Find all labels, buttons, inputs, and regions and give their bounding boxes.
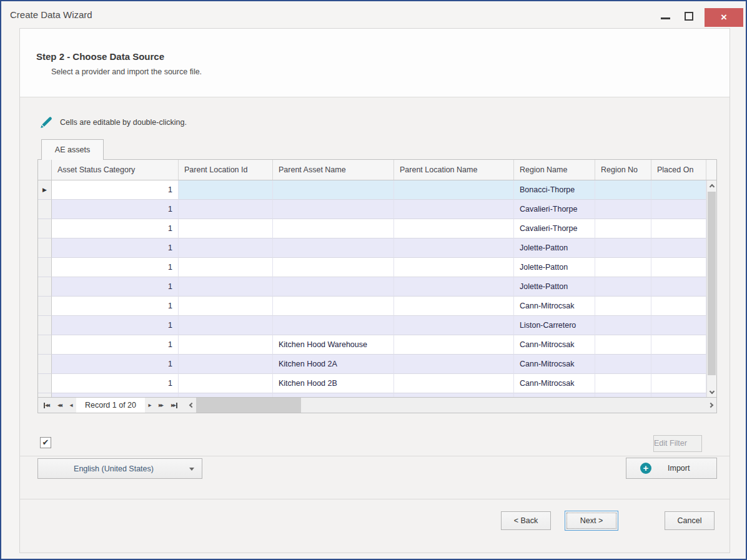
grid-cell[interactable] (651, 200, 706, 219)
grid-cell[interactable] (651, 316, 706, 335)
grid-cell[interactable] (179, 238, 273, 258)
table-row[interactable]: 1Liston-Carretero (38, 316, 716, 335)
scroll-up-icon[interactable] (707, 180, 716, 190)
grid-cell[interactable] (273, 219, 394, 238)
horizontal-scrollbar-thumb[interactable] (196, 398, 301, 413)
grid-cell[interactable] (273, 180, 394, 200)
maximize-icon[interactable] (685, 12, 693, 21)
grid-cell[interactable] (595, 277, 651, 297)
grid-cell[interactable] (651, 258, 706, 277)
table-row[interactable]: 1Jolette-Patton (38, 238, 716, 258)
grid-cell[interactable]: 1 (52, 335, 179, 355)
column-header[interactable]: Region No (595, 160, 651, 180)
table-row[interactable]: 1Jolette-Patton (38, 258, 716, 277)
vertical-scrollbar-thumb[interactable] (708, 192, 716, 375)
row-indicator[interactable]: ▶ (38, 180, 52, 200)
grid-cell[interactable] (595, 335, 651, 355)
filter-checkbox[interactable]: ✔ (40, 437, 51, 448)
language-dropdown[interactable]: English (United States) (37, 458, 202, 479)
row-indicator[interactable] (38, 335, 52, 355)
grid-cell[interactable]: 1 (52, 180, 179, 200)
grid-cell[interactable] (394, 335, 514, 355)
table-row[interactable]: 1Kitchen Hood 2ACann-Mitrocsak (38, 355, 716, 374)
row-indicator[interactable] (38, 277, 52, 297)
grid-cell[interactable]: 1 (52, 316, 179, 335)
grid-cell[interactable] (595, 238, 651, 258)
grid-cell[interactable] (179, 200, 273, 219)
grid-cell[interactable] (651, 180, 706, 200)
grid-cell[interactable]: Kitchen Hood Warehouse (273, 335, 394, 355)
table-row[interactable]: ▶1Bonacci-Thorpe (38, 180, 716, 200)
grid-cell[interactable]: 1 (52, 277, 179, 297)
grid-cell[interactable] (179, 316, 273, 335)
scroll-down-icon[interactable] (707, 387, 716, 397)
grid-cell[interactable] (595, 374, 651, 393)
column-header[interactable]: Placed On (651, 160, 706, 180)
grid-cell[interactable]: 1 (52, 200, 179, 219)
grid-cell[interactable]: Kitchen Hood 2A (273, 355, 394, 374)
grid-cell[interactable]: Cann-Mitrocsak (514, 374, 595, 393)
grid-cell[interactable] (595, 316, 651, 335)
grid-cell[interactable] (651, 238, 706, 258)
grid-cell[interactable] (273, 316, 394, 335)
grid-cell[interactable] (394, 238, 514, 258)
grid-cell[interactable] (273, 238, 394, 258)
row-indicator[interactable] (38, 297, 52, 316)
column-header[interactable]: Asset Status Category (52, 160, 179, 180)
grid-cell[interactable]: Liston-Carretero (514, 316, 595, 335)
row-indicator[interactable] (38, 355, 52, 374)
import-button[interactable]: + Import (626, 458, 717, 479)
column-header[interactable]: Parent Asset Name (273, 160, 394, 180)
table-row[interactable]: 1Cann-Mitrocsak (38, 297, 716, 316)
grid-cell[interactable] (179, 219, 273, 238)
grid-cell[interactable] (595, 297, 651, 316)
grid-cell[interactable] (179, 180, 273, 200)
grid-cell[interactable] (595, 219, 651, 238)
grid-cell[interactable]: Jolette-Patton (514, 238, 595, 258)
grid-cell[interactable] (179, 297, 273, 316)
grid-cell[interactable] (273, 258, 394, 277)
grid-cell[interactable] (394, 316, 514, 335)
grid-cell[interactable] (651, 297, 706, 316)
scroll-left-icon[interactable] (186, 398, 196, 413)
grid-cell[interactable] (179, 355, 273, 374)
back-button[interactable]: < Back (501, 511, 551, 530)
table-row[interactable]: 1Jolette-Patton (38, 277, 716, 297)
next-button[interactable]: Next > (565, 511, 618, 531)
edit-filter-button[interactable]: Edit Filter (653, 435, 702, 452)
row-indicator[interactable] (38, 200, 52, 219)
grid-cell[interactable]: 1 (52, 355, 179, 374)
grid-cell[interactable]: 1 (52, 238, 179, 258)
grid-cell[interactable] (179, 277, 273, 297)
grid-cell[interactable] (394, 355, 514, 374)
grid-cell[interactable]: Bonacci-Thorpe (514, 180, 595, 200)
previous-page-button[interactable]: ◂◂ (54, 398, 66, 413)
last-record-button[interactable]: ▸▸ (167, 398, 181, 413)
grid-cell[interactable] (595, 355, 651, 374)
cancel-button[interactable]: Cancel (665, 511, 715, 530)
horizontal-scrollbar-track[interactable] (301, 398, 706, 413)
grid-cell[interactable] (394, 374, 514, 393)
row-indicator[interactable] (38, 238, 52, 258)
grid-cell[interactable] (394, 200, 514, 219)
next-page-button[interactable]: ▸▸ (155, 398, 167, 413)
column-header[interactable]: Parent Location Id (179, 160, 273, 180)
grid-cell[interactable]: Cann-Mitrocsak (514, 335, 595, 355)
grid-cell[interactable] (651, 335, 706, 355)
grid-cell[interactable] (394, 297, 514, 316)
vertical-scrollbar[interactable] (706, 180, 716, 397)
table-row[interactable]: 1Kitchen Hood 2BCann-Mitrocsak (38, 374, 716, 393)
grid-cell[interactable] (273, 200, 394, 219)
grid-cell[interactable] (595, 258, 651, 277)
grid-cell[interactable] (651, 219, 706, 238)
grid-cell[interactable]: Jolette-Patton (514, 258, 595, 277)
grid-cell[interactable] (179, 335, 273, 355)
grid-cell[interactable]: 1 (52, 219, 179, 238)
table-row[interactable]: 1Cavalieri-Thorpe (38, 219, 716, 238)
row-indicator[interactable] (38, 219, 52, 238)
grid-cell[interactable]: 1 (52, 258, 179, 277)
row-indicator[interactable] (38, 374, 52, 393)
grid-cell[interactable] (394, 219, 514, 238)
row-indicator[interactable] (38, 258, 52, 277)
column-header[interactable]: Parent Location Name (394, 160, 514, 180)
